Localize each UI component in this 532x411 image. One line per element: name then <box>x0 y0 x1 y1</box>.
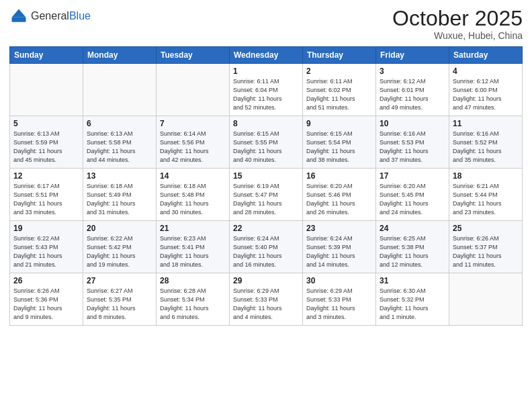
day-number: 15 <box>233 171 299 181</box>
day-info: Sunrise: 6:22 AMSunset: 5:42 PMDaylight:… <box>87 234 152 269</box>
day-info: Sunrise: 6:18 AMSunset: 5:48 PMDaylight:… <box>160 182 226 217</box>
day-number: 13 <box>87 171 152 181</box>
day-info: Sunrise: 6:27 AMSunset: 5:35 PMDaylight:… <box>87 287 152 322</box>
calendar-cell: 1Sunrise: 6:11 AMSunset: 6:04 PMDaylight… <box>230 64 303 116</box>
day-info: Sunrise: 6:20 AMSunset: 5:46 PMDaylight:… <box>306 182 372 217</box>
day-number: 8 <box>233 119 299 128</box>
calendar-cell: 25Sunrise: 6:26 AMSunset: 5:37 PMDayligh… <box>449 221 523 273</box>
week-row-5: 26Sunrise: 6:26 AMSunset: 5:36 PMDayligh… <box>10 273 523 326</box>
day-info: Sunrise: 6:13 AMSunset: 5:58 PMDaylight:… <box>87 130 152 165</box>
calendar-cell: 10Sunrise: 6:16 AMSunset: 5:53 PMDayligh… <box>376 116 449 169</box>
calendar-cell: 24Sunrise: 6:25 AMSunset: 5:38 PMDayligh… <box>376 221 449 273</box>
calendar-cell: 31Sunrise: 6:30 AMSunset: 5:32 PMDayligh… <box>376 273 449 326</box>
day-number: 24 <box>380 224 445 233</box>
week-row-1: 1Sunrise: 6:11 AMSunset: 6:04 PMDaylight… <box>10 64 523 116</box>
day-info: Sunrise: 6:29 AMSunset: 5:33 PMDaylight:… <box>306 287 372 322</box>
calendar-cell: 29Sunrise: 6:29 AMSunset: 5:33 PMDayligh… <box>230 273 303 326</box>
day-number: 25 <box>453 224 519 233</box>
day-number: 10 <box>380 119 445 128</box>
calendar-cell: 6Sunrise: 6:13 AMSunset: 5:58 PMDaylight… <box>83 116 157 169</box>
weekday-header-tuesday: Tuesday <box>157 47 230 64</box>
calendar-cell <box>449 273 523 326</box>
day-number: 3 <box>380 66 445 76</box>
weekday-header-monday: Monday <box>83 47 157 64</box>
calendar-cell: 2Sunrise: 6:11 AMSunset: 6:02 PMDaylight… <box>303 64 376 116</box>
weekday-header-saturday: Saturday <box>449 47 523 64</box>
day-number: 7 <box>160 119 226 128</box>
week-row-2: 5Sunrise: 6:13 AMSunset: 5:59 PMDaylight… <box>10 116 523 169</box>
calendar-cell: 28Sunrise: 6:28 AMSunset: 5:34 PMDayligh… <box>157 273 230 326</box>
day-info: Sunrise: 6:19 AMSunset: 5:47 PMDaylight:… <box>233 182 299 217</box>
day-info: Sunrise: 6:17 AMSunset: 5:51 PMDaylight:… <box>13 182 79 217</box>
day-number: 29 <box>233 276 299 285</box>
svg-marker-0 <box>12 9 26 17</box>
day-info: Sunrise: 6:22 AMSunset: 5:43 PMDaylight:… <box>13 234 79 269</box>
calendar-cell: 3Sunrise: 6:12 AMSunset: 6:01 PMDaylight… <box>376 64 449 116</box>
day-info: Sunrise: 6:14 AMSunset: 5:56 PMDaylight:… <box>160 130 226 165</box>
day-info: Sunrise: 6:26 AMSunset: 5:36 PMDaylight:… <box>13 287 79 322</box>
calendar-cell: 23Sunrise: 6:24 AMSunset: 5:39 PMDayligh… <box>303 221 376 273</box>
calendar-cell <box>83 64 157 116</box>
calendar-cell: 11Sunrise: 6:16 AMSunset: 5:52 PMDayligh… <box>449 116 523 169</box>
day-info: Sunrise: 6:26 AMSunset: 5:37 PMDaylight:… <box>453 234 519 269</box>
day-number: 30 <box>306 276 372 285</box>
day-number: 26 <box>13 276 79 285</box>
calendar-cell: 13Sunrise: 6:18 AMSunset: 5:49 PMDayligh… <box>83 169 157 221</box>
page: GeneralBlue October 2025 Wuxue, Hubei, C… <box>0 0 532 411</box>
day-number: 22 <box>233 224 299 233</box>
week-row-4: 19Sunrise: 6:22 AMSunset: 5:43 PMDayligh… <box>10 221 523 273</box>
day-number: 2 <box>306 66 372 76</box>
day-info: Sunrise: 6:11 AMSunset: 6:04 PMDaylight:… <box>233 77 299 112</box>
day-info: Sunrise: 6:18 AMSunset: 5:49 PMDaylight:… <box>87 182 152 217</box>
day-number: 17 <box>380 171 445 181</box>
calendar-cell: 26Sunrise: 6:26 AMSunset: 5:36 PMDayligh… <box>10 273 83 326</box>
day-number: 27 <box>87 276 152 285</box>
calendar-cell: 22Sunrise: 6:24 AMSunset: 5:40 PMDayligh… <box>230 221 303 273</box>
calendar-cell: 7Sunrise: 6:14 AMSunset: 5:56 PMDaylight… <box>157 116 230 169</box>
day-info: Sunrise: 6:11 AMSunset: 6:02 PMDaylight:… <box>306 77 372 112</box>
month-title: October 2025 <box>392 7 523 30</box>
subtitle: Wuxue, Hubei, China <box>392 30 523 41</box>
day-info: Sunrise: 6:16 AMSunset: 5:52 PMDaylight:… <box>453 130 519 165</box>
day-info: Sunrise: 6:24 AMSunset: 5:40 PMDaylight:… <box>233 234 299 269</box>
svg-rect-1 <box>12 17 26 22</box>
day-number: 19 <box>13 224 79 233</box>
calendar-cell: 8Sunrise: 6:15 AMSunset: 5:55 PMDaylight… <box>230 116 303 169</box>
day-info: Sunrise: 6:29 AMSunset: 5:33 PMDaylight:… <box>233 287 299 322</box>
title-area: October 2025 Wuxue, Hubei, China <box>392 7 523 41</box>
calendar-cell <box>157 64 230 116</box>
day-number: 5 <box>13 119 79 128</box>
day-number: 14 <box>160 171 226 181</box>
calendar-cell: 16Sunrise: 6:20 AMSunset: 5:46 PMDayligh… <box>303 169 376 221</box>
calendar-cell: 9Sunrise: 6:15 AMSunset: 5:54 PMDaylight… <box>303 116 376 169</box>
logo-general: General <box>31 10 69 21</box>
day-info: Sunrise: 6:15 AMSunset: 5:55 PMDaylight:… <box>233 130 299 165</box>
day-info: Sunrise: 6:23 AMSunset: 5:41 PMDaylight:… <box>160 234 226 269</box>
calendar-cell: 19Sunrise: 6:22 AMSunset: 5:43 PMDayligh… <box>10 221 83 273</box>
logo-icon <box>9 7 28 26</box>
logo-blue: Blue <box>69 10 91 21</box>
day-number: 1 <box>233 66 299 76</box>
day-info: Sunrise: 6:21 AMSunset: 5:44 PMDaylight:… <box>453 182 519 217</box>
calendar-cell: 18Sunrise: 6:21 AMSunset: 5:44 PMDayligh… <box>449 169 523 221</box>
week-row-3: 12Sunrise: 6:17 AMSunset: 5:51 PMDayligh… <box>10 169 523 221</box>
day-info: Sunrise: 6:30 AMSunset: 5:32 PMDaylight:… <box>380 287 445 322</box>
weekday-header-friday: Friday <box>376 47 449 64</box>
day-number: 18 <box>453 171 519 181</box>
calendar-cell: 5Sunrise: 6:13 AMSunset: 5:59 PMDaylight… <box>10 116 83 169</box>
day-info: Sunrise: 6:13 AMSunset: 5:59 PMDaylight:… <box>13 130 79 165</box>
calendar-cell: 27Sunrise: 6:27 AMSunset: 5:35 PMDayligh… <box>83 273 157 326</box>
calendar-cell: 14Sunrise: 6:18 AMSunset: 5:48 PMDayligh… <box>157 169 230 221</box>
day-number: 12 <box>13 171 79 181</box>
calendar-table: SundayMondayTuesdayWednesdayThursdayFrid… <box>9 46 523 326</box>
day-number: 31 <box>380 276 445 285</box>
day-number: 9 <box>306 119 372 128</box>
day-info: Sunrise: 6:24 AMSunset: 5:39 PMDaylight:… <box>306 234 372 269</box>
day-number: 21 <box>160 224 226 233</box>
logo-text: GeneralBlue <box>31 10 91 22</box>
day-info: Sunrise: 6:15 AMSunset: 5:54 PMDaylight:… <box>306 130 372 165</box>
day-info: Sunrise: 6:16 AMSunset: 5:53 PMDaylight:… <box>380 130 445 165</box>
calendar-cell: 4Sunrise: 6:12 AMSunset: 6:00 PMDaylight… <box>449 64 523 116</box>
calendar-cell: 30Sunrise: 6:29 AMSunset: 5:33 PMDayligh… <box>303 273 376 326</box>
day-number: 16 <box>306 171 372 181</box>
